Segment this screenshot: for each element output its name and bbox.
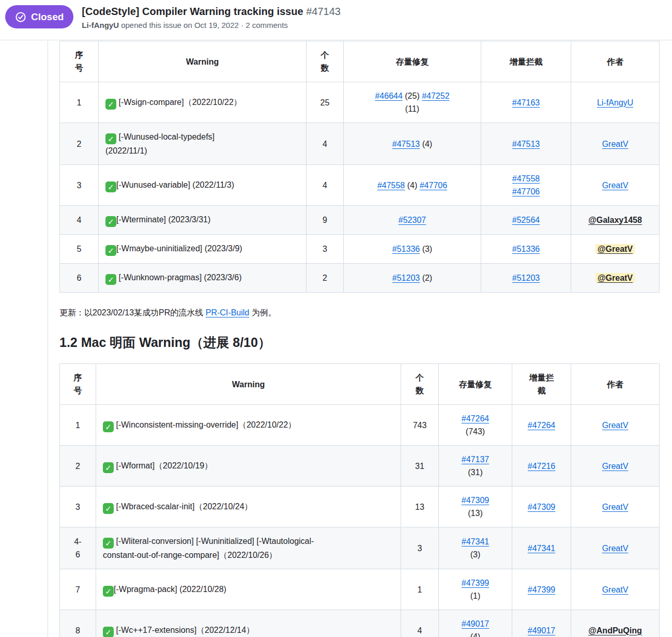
author-link[interactable]: GreatV xyxy=(602,462,629,471)
table-row: 2✓ [-Wformat]（2022/10/19）31#47137(31)#47… xyxy=(60,446,660,487)
pr-link[interactable]: #47264 xyxy=(462,414,489,423)
table-row: 4- 6✓ [-Wliteral-conversion] [-Wuninitia… xyxy=(60,527,660,569)
col-header-stock-fix: 存量修复 xyxy=(344,41,481,82)
pr-link[interactable]: #49017 xyxy=(528,626,555,635)
count-cell: 4 xyxy=(401,610,439,637)
count-cell: 13 xyxy=(401,487,439,527)
pr-link[interactable]: #47513 xyxy=(512,140,540,148)
author-cell: GreatV xyxy=(571,123,660,165)
pr-link[interactable]: #47399 xyxy=(528,585,555,594)
check-emoji-icon: ✓ xyxy=(105,181,116,192)
col-header-count: 个 数 xyxy=(401,364,439,405)
pr-link[interactable]: #47513 xyxy=(392,140,420,148)
count-cell: 2 xyxy=(307,264,344,293)
issue-number: #47143 xyxy=(306,6,341,17)
table-row: 1✓ [-Winconsistent-missing-override]（202… xyxy=(60,405,660,446)
warning-cell: ✓[-Wmaybe-uninitialized] (2023/3/9) xyxy=(99,235,307,264)
pr-link[interactable]: #47706 xyxy=(512,187,540,196)
author-cell: GreatV xyxy=(571,446,660,487)
index-cell: 3 xyxy=(60,165,99,206)
mention-link[interactable]: @GreatV xyxy=(595,273,635,283)
warning-text: [-Winconsistent-missing-override]（2022/1… xyxy=(114,420,296,429)
check-emoji-icon: ✓ xyxy=(103,586,114,597)
pr-link[interactable]: #47252 xyxy=(422,92,449,100)
pr-link[interactable]: #47558 xyxy=(512,174,540,183)
pr-link[interactable]: #52564 xyxy=(512,216,540,224)
pr-link[interactable]: #47137 xyxy=(462,455,489,464)
pr-link[interactable]: #47558 xyxy=(377,181,405,190)
pr-link[interactable]: #52307 xyxy=(399,216,426,224)
warning-text: [-Wc++17-extensions]（2022/12/14） xyxy=(114,626,254,634)
update-note-suffix: 为例。 xyxy=(249,308,276,317)
warning-cell: ✓ [-Wc++17-extensions]（2022/12/14） xyxy=(96,610,401,637)
update-note-prefix: 更新：以2023/02/13某成功PR的流水线 xyxy=(59,308,206,317)
count-text: (4) xyxy=(420,140,432,148)
warning-cell: ✓[-Wterminate] (2023/3/31) xyxy=(99,206,307,235)
pr-link[interactable]: #51336 xyxy=(392,245,420,253)
pr-link[interactable]: #46644 xyxy=(375,92,402,100)
pr-link[interactable]: #47399 xyxy=(462,579,489,587)
author-link[interactable]: GreatV xyxy=(602,503,629,511)
stock-fix-cell: #47558 (4) #47706 xyxy=(344,165,481,206)
table-header-row: 序 号Warning个 数存量修复增量拦 截作者 xyxy=(60,364,660,405)
pr-link[interactable]: #47216 xyxy=(528,462,555,471)
table-row: 5✓[-Wmaybe-uninitialized] (2023/3/9)3#51… xyxy=(60,235,660,264)
mention-link[interactable]: @AndPuQing xyxy=(588,626,642,635)
author-link[interactable]: GreatV xyxy=(602,181,629,190)
pr-link[interactable]: #47341 xyxy=(462,537,489,546)
check-emoji-icon: ✓ xyxy=(103,503,114,514)
increment-block-cell: #51336 xyxy=(481,235,571,264)
pr-link[interactable]: #51336 xyxy=(512,245,540,253)
count-cell: 1 xyxy=(401,569,439,610)
pr-link[interactable]: #47706 xyxy=(420,181,447,190)
increment-block-cell: #47163 xyxy=(481,82,571,123)
author-link[interactable]: Li-fAngyU xyxy=(597,98,633,107)
stock-fix-cell: #51336 (3) xyxy=(344,235,481,264)
issue-title: [CodeStyle] Compiler Warning tracking is… xyxy=(82,5,341,19)
pr-link[interactable]: #51203 xyxy=(512,274,540,282)
col-header-index: 序 号 xyxy=(60,364,96,405)
col-header-warning: Warning xyxy=(96,364,401,405)
warning-text: [-Wmaybe-uninitialized] (2023/3/9) xyxy=(116,244,242,253)
pr-link[interactable]: #51203 xyxy=(392,274,420,282)
count-text: (3) xyxy=(420,245,432,253)
author-cell: @GreatV xyxy=(571,235,660,264)
pr-link[interactable]: #49017 xyxy=(462,619,489,628)
mention-link[interactable]: @Galaxy1458 xyxy=(588,216,642,224)
pr-link[interactable]: #47309 xyxy=(462,496,489,505)
warning-cell: ✓[-Wunused-variable] (2022/11/3) xyxy=(99,165,307,206)
pr-link[interactable]: #47341 xyxy=(528,544,555,553)
author-link[interactable]: GreatV xyxy=(602,544,629,553)
count-cell: 4 xyxy=(307,123,344,165)
col-header-index: 序 号 xyxy=(60,41,99,82)
increment-block-cell: #47558#47706 xyxy=(481,165,571,206)
warning-cell: ✓[-Wpragma-pack] (2022/10/28) xyxy=(96,569,401,610)
index-cell: 4- 6 xyxy=(60,527,96,569)
warning-table-mac: 序 号Warning个 数存量修复增量拦 截作者 1✓ [-Winconsist… xyxy=(59,363,660,637)
mention-link[interactable]: @GreatV xyxy=(595,244,635,254)
author-link[interactable]: GreatV xyxy=(602,585,629,594)
table-row: 7✓[-Wpragma-pack] (2022/10/28)1#47399(1)… xyxy=(60,569,660,610)
increment-block-cell: #47341 xyxy=(512,527,571,569)
author-link[interactable]: GreatV xyxy=(602,140,629,148)
increment-block-cell: #52564 xyxy=(481,206,571,235)
table-row: 3✓[-Wunused-variable] (2022/11/3)4#47558… xyxy=(60,165,660,206)
issue-author-link[interactable]: Li-fAngyU xyxy=(82,21,119,29)
author-link[interactable]: GreatV xyxy=(602,421,629,430)
warning-table-first: 序 号Warning个 数存量修复增量拦截作者 1✓ [-Wsign-compa… xyxy=(59,41,660,293)
pr-link[interactable]: #47264 xyxy=(528,421,555,430)
count-cell: 743 xyxy=(401,405,439,446)
warning-text: [-Wunknown-pragmas] (2023/3/6) xyxy=(116,273,241,282)
increment-block-cell: #47264 xyxy=(512,405,571,446)
warning-text: [-Wunused-local-typedefs] (2022/11/1) xyxy=(105,132,215,155)
issue-title-text: [CodeStyle] Compiler Warning tracking is… xyxy=(82,6,303,17)
index-cell: 2 xyxy=(60,123,99,165)
check-emoji-icon: ✓ xyxy=(105,245,116,256)
pr-link[interactable]: #47163 xyxy=(512,98,540,107)
index-cell: 2 xyxy=(60,446,96,487)
count-text: (3) xyxy=(470,550,481,559)
pr-ci-build-link[interactable]: PR-CI-Build xyxy=(206,308,249,317)
pr-link[interactable]: #47309 xyxy=(528,503,555,511)
check-emoji-icon: ✓ xyxy=(103,627,114,637)
issue-header-text: [CodeStyle] Compiler Warning tracking is… xyxy=(82,4,341,31)
